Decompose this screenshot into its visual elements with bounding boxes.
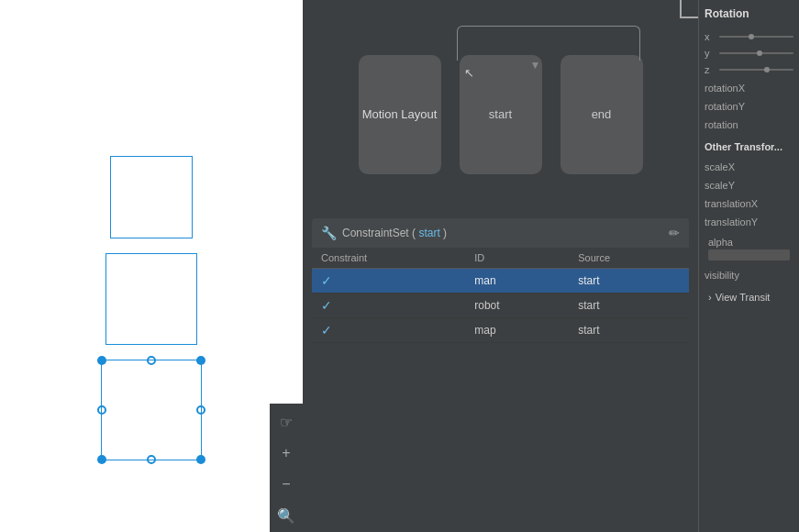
view-transit-arrow: › [708,292,712,303]
diagram-nodes: Motion Layout start end [359,55,643,174]
scaleX-label: scaleX [705,160,793,174]
visibility-label: visibility [705,268,793,283]
left-canvas-panel: ☞ + − 🔍 [0,0,303,532]
constraint-icon: 🔧 [321,226,337,240]
handle-bm[interactable] [147,455,156,464]
remove-tool-button[interactable]: − [272,470,301,499]
row-source: start [569,318,689,343]
rotationY-label: rotationY [705,99,793,114]
constraint-table: Constraint ID Source ✓ man start ✓ robot… [312,248,689,343]
canvas-toolbar: ☞ + − 🔍 [270,404,303,532]
view-transit-button[interactable]: › View Transit [705,286,793,308]
main-content: ▼ ↖ Motion Layout start end 🔧 Constraint… [303,0,698,532]
row-check: ✓ [312,318,465,343]
handle-bl[interactable] [97,455,106,464]
table-row[interactable]: ✓ map start [312,318,689,343]
corner-indicator [680,0,698,18]
handle-mr[interactable] [196,405,205,415]
row-check: ✓ [312,294,465,318]
rotation-x-label: x [705,31,716,42]
rotation-title: Rotation [705,7,793,24]
connector-line [457,26,640,61]
hand-tool-button[interactable]: ☞ [272,407,301,437]
scaleY-label: scaleY [705,178,793,193]
view-transit-label: View Transit [716,292,771,303]
alpha-label: alpha [705,233,793,249]
constraint-paren-close: ) [443,227,447,239]
handle-tm[interactable] [147,356,156,365]
row-id: map [465,318,569,343]
canvas-area [18,18,284,460]
canvas-box-2 [105,253,197,345]
col-id: ID [465,248,569,269]
rotationX-label: rotationX [705,81,793,95]
handle-tr[interactable] [196,356,205,365]
table-row[interactable]: ✓ man start [312,269,689,294]
handle-ml[interactable] [97,405,106,415]
canvas-box-3 [101,360,202,460]
motion-diagram: ▼ ↖ Motion Layout start end [303,0,698,211]
row-source: start [569,269,689,294]
canvas-box-1 [110,156,193,238]
handle-tl[interactable] [97,356,106,365]
rotation-y-slider[interactable] [719,52,793,54]
other-transforms-title: Other Transfor... [705,141,793,152]
rotation-z-row: z [705,64,793,75]
rotation-label: rotation [705,117,793,132]
rotation-y-row: y [705,48,793,59]
motion-layout-node[interactable]: Motion Layout [359,55,441,174]
add-tool-button[interactable]: + [272,438,301,468]
rotation-z-label: z [705,64,716,75]
translationY-label: translationY [705,215,793,229]
row-id: man [465,269,569,294]
zoom-tool-button[interactable]: 🔍 [272,501,301,530]
row-source: start [569,294,689,318]
translationX-label: translationX [705,196,793,211]
col-constraint: Constraint [312,248,465,269]
right-panel: Rotation x y z rotationX rotationY rotat… [698,0,799,532]
alpha-row: alpha [705,233,793,260]
constraint-edit-button[interactable]: ✏ [669,226,680,240]
constraint-set-label: ConstraintSet ( start ) [342,227,447,239]
end-node[interactable]: end [560,55,643,174]
handle-br[interactable] [196,455,205,464]
constraint-header: 🔧 ConstraintSet ( start ) ✏ [312,218,689,248]
rotation-z-slider[interactable] [719,69,793,71]
row-check: ✓ [312,269,465,294]
rotation-x-slider[interactable] [719,36,793,38]
rotation-x-row: x [705,31,793,42]
connector-arrow: ▼ [530,59,541,72]
cursor-indicator: ↖ [464,66,474,80]
table-row[interactable]: ✓ robot start [312,294,689,318]
rotation-y-label: y [705,48,716,59]
constraint-section: 🔧 ConstraintSet ( start ) ✏ Constraint I… [312,218,689,532]
alpha-bar[interactable] [708,249,790,260]
col-source: Source [569,248,689,269]
row-id: robot [465,294,569,318]
constraint-title: 🔧 ConstraintSet ( start ) [321,226,447,240]
